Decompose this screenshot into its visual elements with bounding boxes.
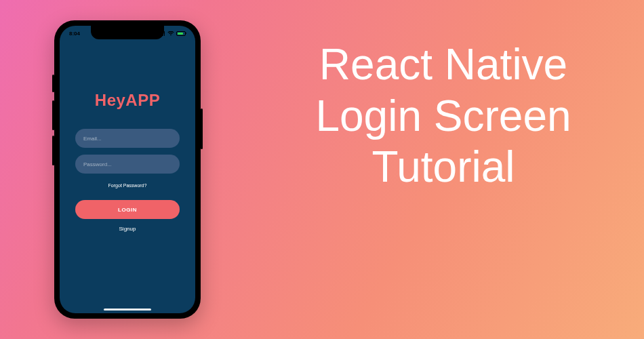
phone-notch bbox=[91, 26, 164, 39]
phone-screen: 8:04 HeyAPP Forgot Password? LOGIN Signu… bbox=[60, 26, 195, 313]
login-button[interactable]: LOGIN bbox=[75, 200, 180, 219]
login-screen: HeyAPP Forgot Password? LOGIN Signup bbox=[60, 26, 195, 313]
battery-icon bbox=[176, 31, 186, 36]
headline-line: Login Screen bbox=[263, 91, 624, 142]
phone-device: 8:04 HeyAPP Forgot Password? LOGIN Signu… bbox=[54, 20, 201, 319]
wifi-icon bbox=[167, 31, 174, 36]
phone-side-button bbox=[52, 75, 54, 92]
headline-line: React Native bbox=[263, 39, 624, 91]
app-logo: HeyAPP bbox=[95, 91, 160, 110]
forgot-password-link[interactable]: Forgot Password? bbox=[108, 183, 147, 188]
home-indicator bbox=[104, 308, 151, 311]
page-title: React Native Login Screen Tutorial bbox=[263, 39, 624, 193]
headline-line: Tutorial bbox=[263, 142, 624, 193]
signup-link[interactable]: Signup bbox=[119, 226, 136, 232]
email-field[interactable] bbox=[75, 129, 180, 148]
phone-side-button bbox=[52, 136, 54, 165]
password-field[interactable] bbox=[75, 155, 180, 174]
phone-side-button bbox=[52, 100, 54, 130]
status-time: 8:04 bbox=[69, 31, 80, 37]
phone-side-button bbox=[201, 108, 203, 149]
